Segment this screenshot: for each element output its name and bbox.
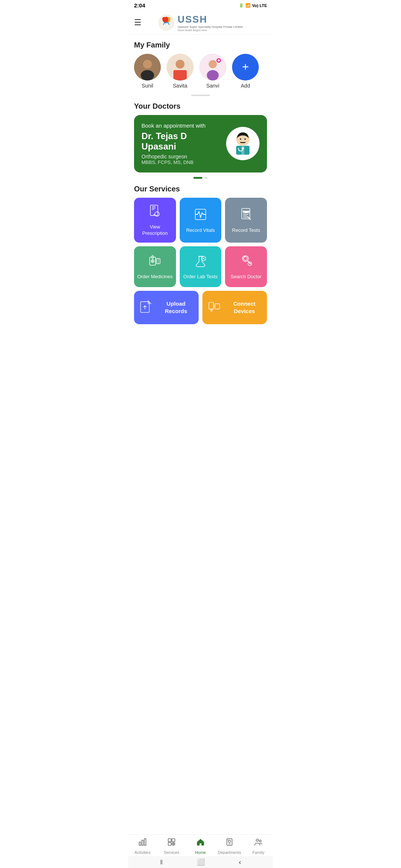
svg-point-7 (144, 60, 151, 68)
svg-rect-52 (215, 304, 220, 309)
svg-rect-12 (173, 70, 187, 80)
prescription-icon (147, 204, 162, 220)
service-record-vitals[interactable]: Record Vitals (180, 198, 222, 243)
battery-icon: 🔋 (239, 3, 244, 8)
card-dot-inactive (205, 177, 208, 179)
avatar-sanvi-img (199, 54, 226, 80)
search-doctor-icon (239, 253, 254, 270)
family-member-sanvi[interactable]: Sanvi (199, 54, 226, 89)
svg-point-6 (141, 70, 154, 80)
tests-icon: TEST (239, 207, 254, 224)
logo-tagline: Good Health Begins Here (177, 29, 243, 32)
upload-records-icon (138, 299, 153, 316)
service-search-doctor[interactable]: Search Doctor (225, 246, 267, 287)
svg-point-54 (211, 309, 212, 311)
svg-point-16 (209, 61, 216, 68)
family-name-savita: Savita (173, 83, 188, 89)
services-section-title: Our Services (134, 185, 267, 193)
logo-text-block: USSH Upasani Super Speciality Hospital P… (177, 14, 243, 32)
family-name-sunil: Sunil (141, 83, 153, 89)
card-dot-active (193, 177, 202, 179)
doctor-qualifications: MBBS, FCPS, MS, DNB (141, 160, 222, 165)
family-name-add: Add (241, 83, 250, 89)
family-member-savita[interactable]: Savita (167, 54, 193, 89)
avatar-savita-img (167, 54, 193, 80)
svg-point-15 (207, 70, 219, 80)
wifi-icon: 📶 (245, 3, 251, 8)
service-order-lab[interactable]: Order Lab Tests (180, 246, 222, 287)
doctor-info: Book an appointment with Dr. Tejas D Upa… (141, 122, 222, 165)
service-label-devices: Connect Devices (226, 300, 263, 315)
doctor-name: Dr. Tejas D Upasani (141, 131, 222, 152)
service-label-prescription: View Prescription (137, 224, 173, 237)
logo-icon (158, 14, 175, 31)
doctor-card[interactable]: Book an appointment with Dr. Tejas D Upa… (134, 115, 267, 173)
connect-devices-icon (207, 299, 222, 316)
svg-point-18 (218, 59, 220, 62)
svg-point-21 (240, 138, 241, 140)
book-appointment-text: Book an appointment with (141, 122, 222, 129)
svg-rect-51 (209, 302, 213, 309)
avatar-sunil (134, 54, 161, 80)
service-label-search-doctor: Search Doctor (231, 274, 261, 280)
family-name-sanvi: Sanvi (206, 83, 219, 89)
service-record-tests[interactable]: TEST Record Tests (225, 198, 267, 243)
card-indicator (134, 177, 267, 179)
family-member-sunil[interactable]: Sunil (134, 54, 161, 89)
avatar-add: + (232, 54, 259, 80)
service-label-vitals: Record Vitals (186, 227, 215, 234)
status-icons: 🔋 📶 Vo) LTE (239, 3, 267, 8)
app-logo: USSH Upasani Super Speciality Hospital P… (158, 14, 243, 32)
doctor-specialty: Orthopedic surgeon (141, 154, 222, 160)
doctor-illustration (228, 129, 258, 158)
scroll-dot (191, 95, 210, 96)
avatar-sunil-img (134, 54, 161, 80)
svg-point-25 (242, 147, 244, 149)
family-row: Sunil Savita (134, 54, 267, 92)
doctors-section-title: Your Doctors (134, 102, 267, 111)
signal-icon: Vo) LTE (252, 3, 267, 8)
service-label-upload: Upload Records (158, 300, 194, 315)
lab-icon (193, 253, 208, 270)
scroll-indicator (134, 95, 267, 96)
vitals-icon (193, 207, 208, 224)
svg-point-3 (164, 17, 168, 23)
svg-point-34 (249, 218, 250, 218)
family-section-title: My Family (134, 41, 267, 49)
status-time: 2:04 (134, 2, 145, 9)
logo-subtitle: Upasani Super Speciality Hospital Privat… (177, 25, 243, 29)
logo-title: USSH (177, 14, 243, 25)
service-label-tests: Record Tests (232, 227, 260, 234)
avatar-sanvi (199, 54, 226, 80)
service-label-lab: Order Lab Tests (183, 274, 218, 280)
service-order-medicines[interactable]: Order Medicines (134, 246, 176, 287)
status-bar: 2:04 🔋 📶 Vo) LTE (128, 0, 273, 11)
medicines-icon (147, 253, 162, 270)
services-wide-grid: Upload Records Connect Devices (134, 291, 267, 324)
service-label-medicines: Order Medicines (137, 274, 173, 280)
family-member-add[interactable]: + Add (232, 54, 259, 89)
svg-point-22 (244, 138, 246, 140)
menu-button[interactable]: ☰ (134, 18, 141, 27)
svg-point-11 (176, 60, 184, 68)
services-grid: View Prescription Record Vitals TEST Rec… (134, 198, 267, 287)
avatar-savita (167, 54, 193, 80)
service-view-prescription[interactable]: View Prescription (134, 198, 176, 243)
service-connect-devices[interactable]: Connect Devices (202, 291, 267, 324)
service-upload-records[interactable]: Upload Records (134, 291, 199, 324)
doctor-avatar (226, 127, 260, 160)
main-content: My Family Sunil (128, 41, 273, 358)
app-header: ☰ USSH Upasani Super Speciality Hospital… (128, 11, 273, 35)
svg-text:TEST: TEST (243, 211, 250, 213)
